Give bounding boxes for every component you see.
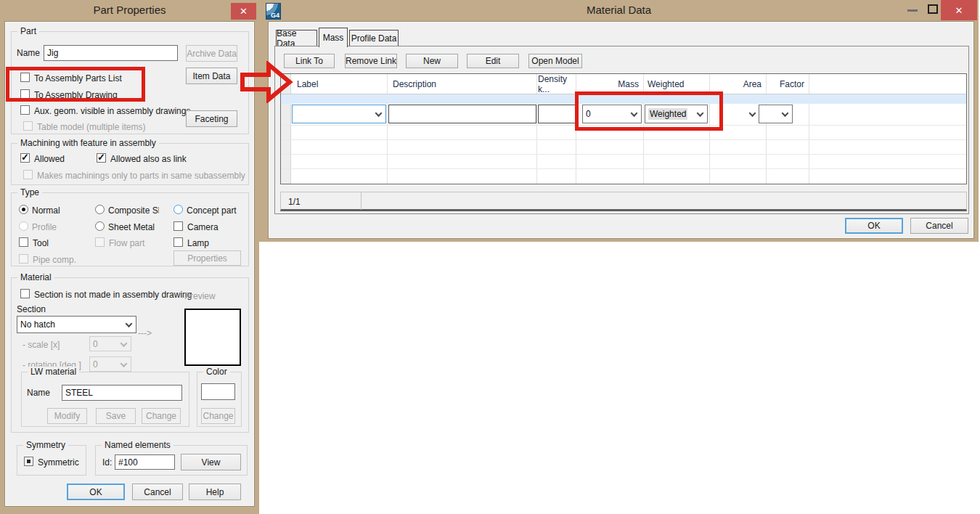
archive-data-button: Archive Data: [186, 45, 237, 62]
column-header-text: Weighted: [648, 79, 684, 89]
allowed-link-label[interactable]: Allowed also as link: [110, 154, 187, 164]
camera-label[interactable]: Camera: [187, 222, 219, 232]
ok-button[interactable]: OK: [845, 218, 903, 234]
remove-link-button[interactable]: Remove Link: [345, 54, 397, 68]
part-name-input[interactable]: [44, 45, 178, 61]
view-button[interactable]: View: [181, 454, 241, 470]
lw-name-input[interactable]: [62, 385, 182, 401]
profile-label: Profile: [32, 222, 57, 232]
normal-radio[interactable]: [19, 205, 28, 214]
tool-checkbox[interactable]: [19, 237, 28, 247]
column-header-factor[interactable]: Factor: [767, 74, 804, 94]
mass-combo[interactable]: 0: [582, 105, 642, 123]
column-header-text: Factor: [780, 79, 804, 89]
sheet-metal-label[interactable]: Sheet Metal: [108, 222, 155, 232]
pipe-comp-label: Pipe comp.: [33, 255, 76, 265]
allowed-checkbox[interactable]: [20, 153, 30, 163]
column-header-mass[interactable]: Mass: [577, 74, 639, 94]
sheet-metal-radio[interactable]: [95, 221, 105, 231]
allowed-link-checkbox[interactable]: [97, 153, 106, 163]
id-input[interactable]: [115, 454, 175, 470]
flow-part-label: Flow part: [109, 238, 144, 248]
name-label: Name: [17, 48, 40, 58]
maximize-icon[interactable]: [928, 4, 938, 14]
modify-label: Modify: [54, 411, 80, 421]
lamp-checkbox[interactable]: [173, 237, 183, 247]
column-header-text: Description: [393, 79, 436, 89]
column-header-weighted[interactable]: Weighted: [648, 74, 708, 94]
tab-mass[interactable]: Mass: [319, 28, 348, 47]
allowed-label[interactable]: Allowed: [34, 154, 65, 164]
color-group-label: Color: [203, 367, 230, 377]
save-button: Save: [96, 408, 136, 424]
cancel-label: Cancel: [926, 221, 952, 231]
column-header-text: Density k...: [538, 74, 571, 94]
edit-button[interactable]: Edit: [467, 54, 519, 68]
part-group-label: Part: [17, 26, 39, 36]
tool-label[interactable]: Tool: [33, 238, 49, 248]
density-input[interactable]: [538, 105, 576, 123]
selected-row[interactable]: [281, 94, 966, 104]
preview-label: Preview: [184, 291, 216, 301]
column-header-density[interactable]: Density k...: [538, 74, 571, 94]
scale-label: - scale [x]: [23, 340, 60, 350]
profile-radio: [19, 221, 28, 231]
section-not-made-label[interactable]: Section is not made in assembly drawing: [34, 290, 192, 300]
tab-base-data[interactable]: Base Data: [276, 30, 317, 46]
lamp-label[interactable]: Lamp: [187, 238, 209, 248]
column-header-description[interactable]: Description: [393, 74, 531, 94]
color-swatch[interactable]: [201, 383, 235, 400]
weighted-combo[interactable]: Weighted: [645, 105, 708, 123]
concept-part-label[interactable]: Concept part: [187, 205, 237, 216]
composite-sheet-label[interactable]: Composite Sheet: [108, 205, 159, 216]
ok-button[interactable]: OK: [67, 484, 125, 500]
link-to-button[interactable]: Link To: [284, 54, 335, 68]
chevron-down-icon: [749, 110, 756, 117]
chevron-down-icon: [121, 360, 128, 367]
remove-link-label: Remove Link: [346, 56, 396, 66]
composite-sheet-radio[interactable]: [95, 205, 105, 214]
minimize-icon[interactable]: [907, 9, 918, 12]
factor-combo[interactable]: [759, 105, 793, 123]
normal-label[interactable]: Normal: [32, 205, 60, 216]
help-button[interactable]: Help: [189, 484, 241, 500]
tab-profile-data[interactable]: Profile Data: [349, 30, 399, 46]
new-label: New: [423, 56, 441, 66]
close-icon[interactable]: ✕: [941, 0, 977, 20]
aux-geom-label[interactable]: Aux. geom. visible in assembly drawings: [34, 106, 190, 116]
close-icon[interactable]: ✕: [231, 3, 256, 20]
description-input[interactable]: [388, 105, 536, 123]
to-assembly-parts-list-checkbox[interactable]: [20, 73, 30, 82]
area-combo[interactable]: [709, 105, 760, 123]
to-assembly-drawing-label[interactable]: To Assembly Drawing: [34, 90, 118, 100]
makes-machinings-checkbox: [23, 170, 33, 179]
symmetric-label[interactable]: Symmetric: [38, 457, 79, 468]
new-button[interactable]: New: [406, 54, 458, 68]
aux-geom-checkbox[interactable]: [20, 105, 30, 115]
cancel-button[interactable]: Cancel: [910, 218, 968, 234]
open-model-button[interactable]: Open Model: [528, 54, 582, 68]
lw-material-group-label: LW material: [28, 367, 79, 377]
table-model-checkbox: [23, 121, 33, 131]
section-not-made-checkbox[interactable]: [20, 289, 30, 298]
to-assembly-drawing-checkbox[interactable]: [20, 89, 30, 99]
hatch-combo[interactable]: No hatch: [17, 316, 136, 333]
concept-part-radio[interactable]: [173, 205, 183, 214]
material-table: Label Description Density k... Mass Weig…: [280, 73, 967, 184]
symmetry-group-label: Symmetry: [23, 440, 68, 450]
column-header-area[interactable]: Area: [711, 74, 761, 94]
chevron-down-icon: [631, 110, 638, 117]
camera-checkbox[interactable]: [173, 221, 183, 231]
symmetric-checkbox[interactable]: [24, 457, 33, 466]
label-combo[interactable]: [292, 105, 386, 123]
material-data-window: G4 Material Data ✕ Base Data Mass Profil…: [259, 0, 979, 242]
to-assembly-parts-list-label[interactable]: To Assembly Parts List: [34, 73, 122, 83]
cancel-button[interactable]: Cancel: [132, 484, 183, 500]
row-divider: [281, 125, 966, 126]
scale-combo: 0: [89, 336, 131, 351]
column-header-label[interactable]: Label: [297, 74, 383, 94]
scale-value: 0: [93, 339, 98, 349]
faceting-button[interactable]: Faceting: [186, 110, 237, 127]
item-data-button[interactable]: Item Data: [186, 68, 237, 84]
modify-button: Modify: [47, 408, 87, 424]
